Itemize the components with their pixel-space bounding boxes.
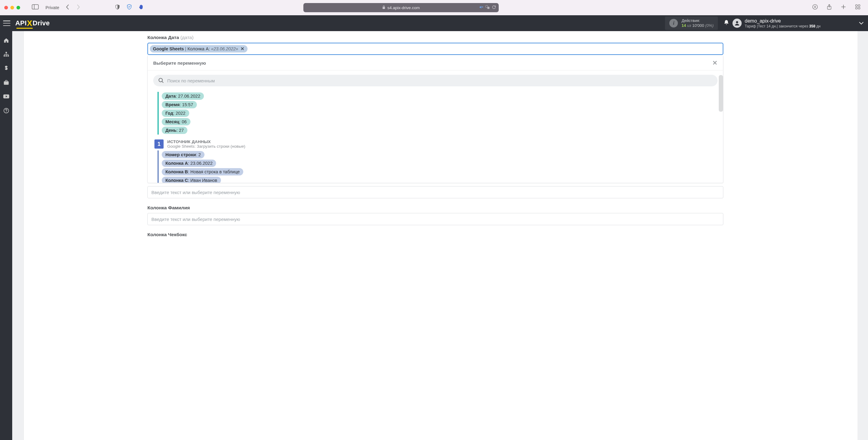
new-tab-icon[interactable] [839, 3, 847, 12]
window-close[interactable] [4, 6, 8, 9]
avatar [733, 19, 742, 28]
window-minimize[interactable] [10, 6, 14, 9]
menu-hamburger[interactable] [3, 21, 10, 26]
nav-arrows [64, 3, 82, 12]
private-badge: Private [45, 5, 59, 10]
shield-check-icon[interactable] [125, 3, 133, 12]
logo-x: X [27, 19, 32, 28]
notifications-icon[interactable] [723, 19, 730, 27]
actions-count: 14 [682, 23, 686, 28]
app-header: API X Drive i Действия: 14 из 10'000 (0%… [0, 15, 868, 31]
svg-point-15 [736, 21, 738, 23]
user-menu[interactable]: demo_apix-drive Тариф |Тест 14 дн.| зако… [733, 18, 864, 29]
lock-icon [382, 5, 385, 10]
svg-rect-12 [858, 5, 860, 6]
svg-rect-14 [858, 7, 860, 9]
nav-forward-icon[interactable] [75, 3, 82, 12]
shield-half-icon[interactable] [114, 3, 121, 12]
reload-icon[interactable] [492, 5, 496, 10]
info-icon: i [669, 19, 678, 28]
user-name: demo_apix-drive [745, 18, 820, 24]
share-icon[interactable] [825, 3, 833, 13]
tabs-overview-icon[interactable] [854, 3, 862, 12]
actions-text: Действия: 14 из 10'000 (0%) [682, 18, 714, 28]
translate-icon[interactable] [485, 5, 490, 10]
chevron-down-icon [859, 21, 864, 26]
svg-rect-13 [856, 7, 857, 9]
hand-icon[interactable] [137, 3, 145, 12]
downloads-icon[interactable] [811, 3, 819, 12]
svg-rect-6 [488, 7, 490, 9]
actions-box[interactable]: i Действия: 14 из 10'000 (0%) [665, 17, 718, 30]
user-text: demo_apix-drive Тариф |Тест 14 дн.| зако… [745, 18, 820, 29]
actions-label: Действия: [682, 18, 714, 23]
sidebar-toggle-icon[interactable] [31, 3, 40, 12]
svg-rect-0 [32, 5, 38, 9]
nav-back-icon[interactable] [64, 3, 71, 12]
mute-icon[interactable] [479, 5, 484, 10]
window-zoom[interactable] [17, 6, 20, 9]
svg-rect-2 [383, 7, 385, 9]
url-text: s4.apix-drive.com [387, 5, 420, 10]
logo[interactable]: API X Drive [15, 19, 50, 28]
url-bar[interactable]: s4.apix-drive.com [303, 3, 499, 12]
tariff-line: Тариф |Тест 14 дн.| закончится через 358… [745, 24, 820, 29]
logo-drive: Drive [33, 19, 50, 27]
svg-rect-11 [856, 5, 857, 6]
logo-api: API [15, 19, 27, 27]
traffic-lights [4, 6, 20, 9]
browser-chrome: Private s4.apix-drive.com [0, 0, 868, 15]
